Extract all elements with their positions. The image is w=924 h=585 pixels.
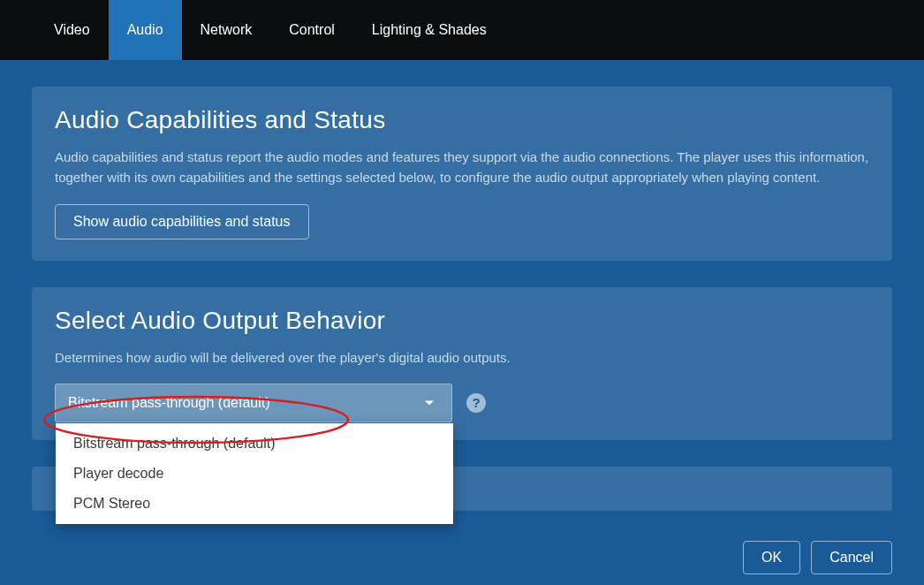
content-area: Audio Capabilities and Status Audio capa… [0,60,924,511]
dropdown-option[interactable]: Bitstream pass-through (default) [56,429,453,459]
cancel-button[interactable]: Cancel [811,541,892,574]
panel-description: Determines how audio will be delivered o… [55,347,869,368]
output-behavior-dropdown-list: Bitstream pass-through (default) Player … [56,423,453,524]
tab-lighting-shades[interactable]: Lighting & Shades [353,0,505,60]
tab-audio[interactable]: Audio [109,0,182,60]
panel-title: Audio Capabilities and Status [55,106,869,134]
tab-network[interactable]: Network [182,0,271,60]
panel-description: Audio capabilities and status report the… [55,147,869,188]
audio-capabilities-panel: Audio Capabilities and Status Audio capa… [32,87,892,261]
dropdown-selected-label: Bitstream pass-through (default) [68,395,270,411]
output-behavior-row: Bitstream pass-through (default) Bitstre… [55,384,869,422]
audio-output-behavior-panel: Select Audio Output Behavior Determines … [32,287,892,440]
dialog-footer: OK Cancel [743,541,892,574]
chevron-down-icon [425,400,434,405]
show-capabilities-button[interactable]: Show audio capabilities and status [55,204,309,239]
panel-title: Select Audio Output Behavior [55,307,869,335]
tab-control[interactable]: Control [270,0,353,60]
ok-button[interactable]: OK [743,541,800,574]
help-icon[interactable]: ? [466,393,486,413]
tab-video[interactable]: Video [35,0,109,60]
output-behavior-dropdown[interactable]: Bitstream pass-through (default) Bitstre… [55,384,452,422]
dropdown-option[interactable]: Player decode [56,459,453,489]
top-nav: Video Audio Network Control Lighting & S… [0,0,924,60]
dropdown-option[interactable]: PCM Stereo [56,489,453,519]
